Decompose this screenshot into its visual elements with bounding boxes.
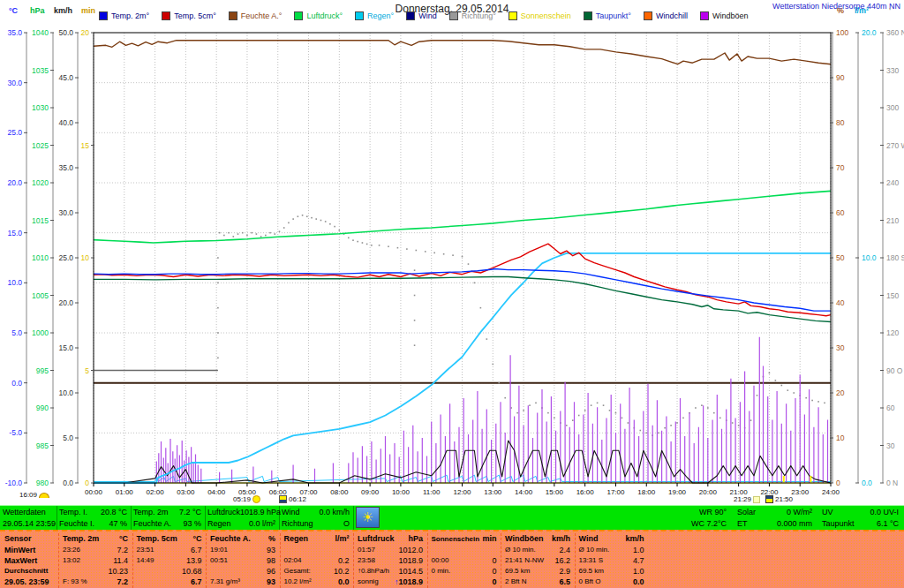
stats-cell-label: 13:31 S [579,555,604,566]
svg-text:1040: 1040 [32,28,49,37]
svg-text:20.0: 20.0 [862,28,877,37]
weather-app-window: Donnerstag, 29.05.2014 Wetterstation Nie… [0,0,904,588]
stats-cell-label: Gesamt: [284,566,311,577]
svg-text:30: 30 [836,343,845,352]
x-tick-label: 23:00 [791,488,810,496]
stats-cell-value: 98 [267,555,275,566]
svg-text:40: 40 [836,298,845,307]
svg-text:20.0: 20.0 [58,298,73,307]
stats-cell-value: 1014.5 [398,566,423,577]
pale-sun-icon [753,496,760,503]
stats-cell-value: 10.68 [182,566,202,577]
status-label: Wetterdaten [3,507,46,517]
status-value: 0.0 km/h [319,507,350,517]
svg-text:300: 300 [886,103,899,112]
svg-text:0.0: 0.0 [862,479,872,487]
status-label: ET [737,518,748,529]
x-tick-label: 18:00 [637,488,656,496]
status-label: Feuchte I. [59,518,94,529]
stats-cell-label: 10.2 l/m² [284,577,312,587]
x-tick-label: 02:00 [147,488,165,496]
x-tick-label: 12:00 [453,488,471,496]
svg-text:270 W: 270 W [886,141,904,150]
stats-col-header: Wind [579,533,599,545]
stats-table: SensorMinWertMaxWertDurchschnitt29.05. 2… [0,530,904,588]
svg-text:80: 80 [836,118,845,127]
svg-text:995: 995 [36,366,49,375]
svg-text:360 N: 360 N [886,28,904,37]
axis-pct: 1009080706050403020100 [830,28,848,487]
stats-row-label: MinWert [4,545,35,555]
stats-cell-label: 00:51 [210,555,228,566]
svg-text:210: 210 [886,216,899,225]
stats-row-label: Durchschnitt [4,566,48,577]
svg-text:10: 10 [836,433,845,442]
svg-text:5.0: 5.0 [63,433,73,442]
status-label: Wind [282,507,300,517]
svg-text:5: 5 [85,366,89,375]
stats-cell-label: 0 Bft O [579,577,601,587]
stats-col-unit: °C [119,533,128,545]
weather-chart-plot[interactable]: 35.030.025.020.015.010.05.00.0-5.0-10.01… [0,0,904,505]
status-label: Temp. I. [59,507,87,517]
svg-text:0 N: 0 N [886,479,898,487]
svg-text:30.0: 30.0 [7,79,22,87]
sunrise-icon [279,495,287,503]
stats-column-sonnenschein: Sonnenscheinmin00:0000 min.00 [427,533,501,588]
axis-deg: 360 N330300270 W240210180 S15012090 O603… [880,28,904,487]
x-tick-label: 00:00 [85,488,103,496]
sunset-marker: 21:29 [734,495,760,503]
svg-text:990: 990 [36,403,49,412]
x-tick-label: 03:00 [177,488,195,496]
stats-column-luftdruck: LuftdruckhPa01:571012.023:581018.9↑0.8hP… [353,533,426,588]
stats-column-feuchte-a: Feuchte A.%19:019300:5198967.31 g/m³93 [206,533,279,588]
status-label: Regen [207,518,231,529]
svg-text:35.0: 35.0 [7,28,22,37]
svg-text:35.0: 35.0 [58,163,73,172]
status-label: 29.05.14 23:59 [3,518,56,529]
status-value: 0 W/m² [787,507,812,517]
stats-col-unit: % [268,533,275,545]
dawn-marker: 05:19 [233,495,260,503]
stats-cell-value: 10.23 [108,566,128,577]
stats-cell-value: 0 [492,577,496,587]
svg-text:1015: 1015 [32,216,49,225]
status-label: Solar [737,507,756,517]
stats-col-unit: min [482,533,496,545]
svg-text:-5.0: -5.0 [9,428,22,437]
svg-text:15.0: 15.0 [58,343,73,352]
stats-cell-label: 14:49 [137,555,154,566]
stats-cell-value: 2.4 [559,545,570,555]
stats-row-label: MaxWert [4,555,37,566]
svg-text:240: 240 [886,178,899,187]
status-label: Luftdruck [207,507,240,517]
svg-text:0: 0 [836,479,840,487]
stats-cell-label: sonnig [358,577,379,587]
x-tick-label: 19:00 [668,488,687,496]
x-tick-label: 09:00 [361,488,380,496]
status-cell-temp-2m: Temp. 2m7.2 °CFeuchte A.93 % [131,506,206,530]
x-tick-label: 24:00 [822,488,840,496]
svg-text:5.0: 5.0 [11,328,22,337]
svg-text:985: 985 [36,441,49,450]
stats-cell-value: 6.7 [191,545,202,555]
solar-time: 16:09 [19,491,37,499]
svg-text:1020: 1020 [32,178,49,187]
stats-cell-value: 0.0 [633,577,644,587]
stats-cell-value: 0.0 [338,577,350,587]
svg-text:1000: 1000 [32,328,49,337]
status-value: 20.8 °C [101,507,127,517]
stats-cell-label: 01:57 [358,545,375,555]
stats-cell-label: 02:04 [284,555,302,566]
stats-col-unit: km/h [625,533,644,545]
svg-text:50.0: 50.0 [58,28,73,37]
svg-text:1030: 1030 [32,103,49,112]
stats-column-temp-2m: Temp. 2m°C23:267.213:0211.410.23F: 93 %7… [58,533,132,588]
svg-text:10.0: 10.0 [58,388,73,397]
svg-text:120: 120 [886,328,899,337]
stats-col-unit: °C [192,533,201,545]
stats-cell-value: 16.2 [554,555,570,566]
stats-column-temp-5cm: Temp. 5cm°C23:516.714:4913.910.686.7 [132,533,206,588]
status-value: 7.2 °C [179,507,201,517]
svg-text:1010: 1010 [32,253,49,262]
